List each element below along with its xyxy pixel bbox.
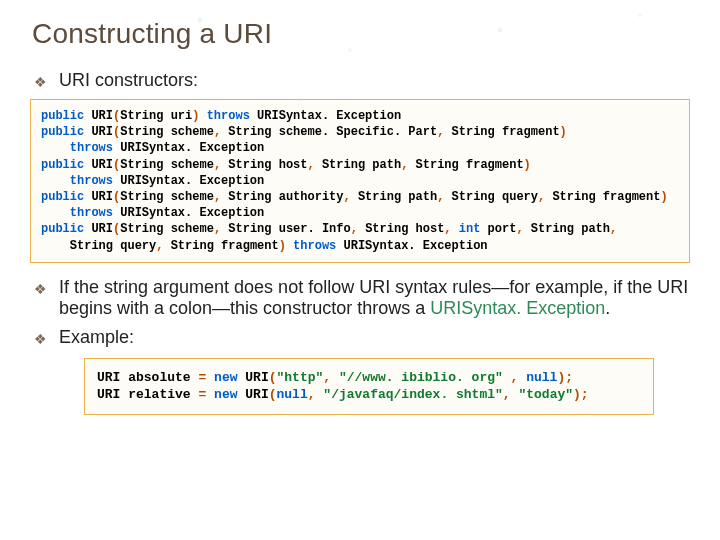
slide: Constructing a URI ❖ URI constructors: p… (0, 0, 720, 540)
diamond-icon: ❖ (34, 75, 47, 89)
bullet-text-explanation: If the string argument does not follow U… (59, 277, 694, 319)
diamond-icon: ❖ (34, 332, 47, 346)
explain-post: . (605, 298, 610, 318)
code-box-example: URI absolute = new URI("http", "//www. i… (84, 358, 654, 415)
bullet-example: ❖ Example: (34, 327, 694, 348)
diamond-icon: ❖ (34, 282, 47, 296)
bullet-explanation: ❖ If the string argument does not follow… (34, 277, 694, 319)
bullet-constructors: ❖ URI constructors: (34, 70, 694, 91)
code-box-constructors: public URI(String uri) throws URISyntax.… (30, 99, 690, 263)
slide-title: Constructing a URI (32, 18, 694, 50)
explain-exception: URISyntax. Exception (430, 298, 605, 318)
bullet-text-constructors: URI constructors: (59, 70, 198, 91)
bullet-text-example: Example: (59, 327, 134, 348)
